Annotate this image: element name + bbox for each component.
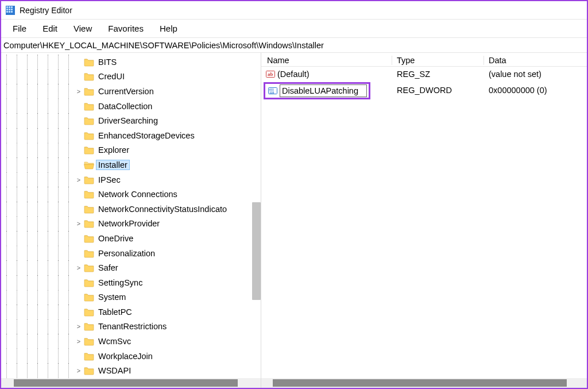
tree-guide-line xyxy=(42,275,53,290)
tree-guide-line xyxy=(32,275,42,290)
tree-guide-line xyxy=(63,217,74,232)
tree-expander-icon[interactable]: > xyxy=(74,264,84,271)
tree-item[interactable]: WorkplaceJoin xyxy=(1,349,261,364)
tree-guide-line xyxy=(53,70,63,84)
value-type: REG_DWORD xyxy=(392,86,484,95)
tree-item[interactable]: System xyxy=(1,290,261,305)
tree-horizontal-scrollbar[interactable] xyxy=(1,378,261,388)
tree-guide-line xyxy=(63,246,74,261)
tree-expander-icon[interactable]: > xyxy=(74,338,84,345)
value-data: 0x00000000 (0) xyxy=(484,86,587,95)
tree-item[interactable]: TabletPC xyxy=(1,305,261,319)
tree-expander-icon[interactable]: > xyxy=(74,367,84,374)
tree-viewport[interactable]: BITSCredUI>CurrentVersionDataCollectionD… xyxy=(1,53,261,378)
address-bar[interactable]: Computer\HKEY_LOCAL_MACHINE\SOFTWARE\Pol… xyxy=(1,38,587,53)
tree-guide-line xyxy=(32,363,42,378)
tree-guide-line xyxy=(22,84,32,99)
tree-vertical-scrollbar-thumb[interactable] xyxy=(252,202,261,300)
tree-guide-line xyxy=(42,99,53,114)
folder-icon xyxy=(84,366,94,375)
tree-item[interactable]: >WcmSvc xyxy=(1,334,261,349)
value-rename-input[interactable] xyxy=(280,84,367,97)
folder-icon xyxy=(84,337,94,346)
column-header-data[interactable]: Data xyxy=(484,56,587,65)
tree-guide-line xyxy=(53,202,63,217)
tree-guide-line xyxy=(11,363,22,378)
tree-item-label: EnhancedStorageDevices xyxy=(98,131,195,140)
tree-guide-line xyxy=(1,275,11,290)
tree-guide-line xyxy=(53,231,63,246)
menu-edit[interactable]: Edit xyxy=(34,21,65,36)
value-type: REG_SZ xyxy=(392,70,484,79)
tree-guide-line xyxy=(53,172,63,187)
tree-guide-line xyxy=(11,202,22,217)
tree-guide-line xyxy=(63,143,74,158)
tree-guide-line xyxy=(1,128,11,143)
tree-guide-line xyxy=(22,99,32,114)
folder-icon xyxy=(84,87,94,96)
tree-item[interactable]: DataCollection xyxy=(1,99,261,114)
content-split: BITSCredUI>CurrentVersionDataCollectionD… xyxy=(1,53,587,388)
tree-expander-icon[interactable]: > xyxy=(74,88,84,95)
tree-item-label: BITS xyxy=(98,57,117,67)
tree-guide-line xyxy=(42,157,53,172)
tree-item[interactable]: EnhancedStorageDevices xyxy=(1,128,261,143)
tree-item[interactable]: >NetworkProvider xyxy=(1,217,261,232)
tree-guide-line xyxy=(42,143,53,158)
tree-item[interactable]: >Safer xyxy=(1,260,261,275)
tree-item[interactable]: >CurrentVersion xyxy=(1,84,261,99)
tree-guide-line xyxy=(22,246,32,261)
tree-item[interactable]: Personalization xyxy=(1,246,261,261)
tree-guide-line xyxy=(63,275,74,290)
folder-icon xyxy=(84,278,94,287)
tree-guide-line xyxy=(22,172,32,187)
tree-guide-line xyxy=(22,157,32,172)
value-horizontal-scrollbar[interactable] xyxy=(261,378,587,388)
tree-item[interactable]: Installer xyxy=(1,157,261,172)
value-row[interactable]: (Default)REG_SZ(value not set) xyxy=(261,67,587,82)
tree-guide-line xyxy=(11,84,22,99)
tree-guide-line xyxy=(63,349,74,364)
tree-guide-line xyxy=(53,143,63,158)
tree-guide-line xyxy=(63,99,74,114)
tree-item[interactable]: >TenantRestrictions xyxy=(1,319,261,334)
menu-favorites[interactable]: Favorites xyxy=(100,21,152,36)
tree-guide-line xyxy=(53,84,63,99)
tree-guide-line xyxy=(22,187,32,202)
tree-expander-icon[interactable]: > xyxy=(74,220,84,227)
tree-horizontal-scrollbar-thumb[interactable] xyxy=(14,379,238,387)
tree-item[interactable]: Explorer xyxy=(1,143,261,158)
tree-expander-icon[interactable]: > xyxy=(74,176,84,183)
tree-item[interactable]: OneDrive xyxy=(1,231,261,246)
tree-item[interactable]: >IPSec xyxy=(1,172,261,187)
tree-item[interactable]: SettingSync xyxy=(1,275,261,290)
tree-guide-line xyxy=(42,172,53,187)
tree-guide-line xyxy=(53,187,63,202)
tree-item[interactable]: >WSDAPI xyxy=(1,363,261,378)
tree-item[interactable]: CredUI xyxy=(1,70,261,84)
value-list-body[interactable]: (Default)REG_SZ(value not set)REG_DWORD0… xyxy=(261,67,587,378)
tree-item[interactable]: BITS xyxy=(1,55,261,70)
value-name: (Default) xyxy=(277,70,310,79)
tree-item[interactable]: NetworkConnectivityStatusIndicato xyxy=(1,202,261,217)
tree-guide-line xyxy=(63,70,74,84)
value-horizontal-scrollbar-thumb[interactable] xyxy=(273,379,567,387)
tree-guide-line xyxy=(11,128,22,143)
menu-help[interactable]: Help xyxy=(152,21,185,36)
tree-item[interactable]: DriverSearching xyxy=(1,113,261,128)
tree-guide-line xyxy=(1,157,11,172)
tree-guide-line xyxy=(22,305,32,319)
column-header-type[interactable]: Type xyxy=(392,56,484,65)
menu-view[interactable]: View xyxy=(65,21,100,36)
tree-item-label: DataCollection xyxy=(98,102,153,111)
tree-guide-line xyxy=(11,334,22,349)
tree-item-label: OneDrive xyxy=(98,234,134,243)
title-bar: Registry Editor xyxy=(1,1,587,20)
tree-expander-icon[interactable]: > xyxy=(74,323,84,330)
tree-item[interactable]: Network Connections xyxy=(1,187,261,202)
tree-guide-line xyxy=(53,305,63,319)
tree-guide-line xyxy=(1,55,11,70)
window-title: Registry Editor xyxy=(20,6,72,15)
menu-file[interactable]: File xyxy=(5,21,34,36)
column-header-name[interactable]: Name xyxy=(261,56,392,65)
